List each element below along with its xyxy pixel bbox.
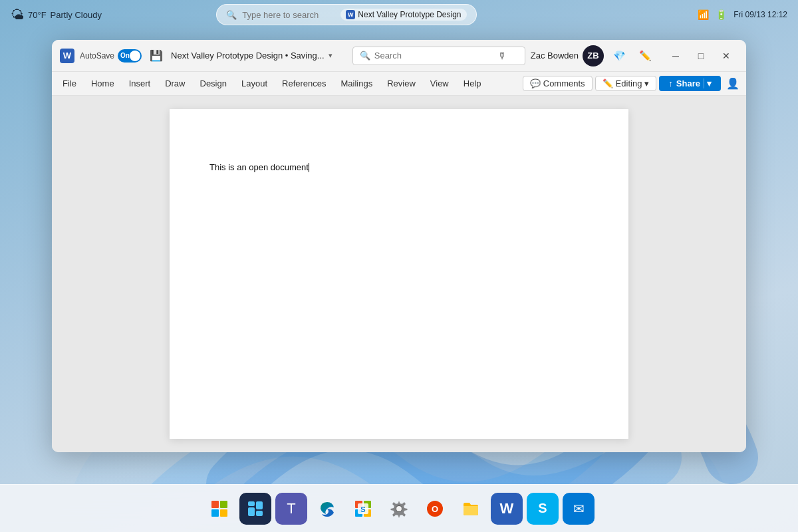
word-taskbar-icon: W [500,500,514,517]
taskbar-settings-button[interactable] [383,493,415,525]
menu-help[interactable]: Help [457,76,488,91]
system-datetime: Fri 09/13 12:12 [733,10,787,19]
diamond-icon: 💎 [613,50,626,62]
svg-rect-8 [256,511,263,516]
teams-icon: T [287,500,295,517]
search-input[interactable] [242,10,335,20]
chevron-down-icon[interactable]: ▾ [329,51,332,60]
svg-rect-4 [220,509,227,517]
minimize-button[interactable]: ─ [664,44,688,68]
menu-file[interactable]: File [56,76,83,91]
word-logo: W [60,49,74,63]
taskbar: T S [0,484,798,532]
document-area[interactable]: This is an open document [52,96,746,452]
word-badge-icon: W [346,10,355,19]
maximize-button[interactable]: □ [689,44,713,68]
word-search-icon: 🔍 [360,51,370,61]
svg-rect-3 [211,509,219,517]
system-tray: 📶 🔋 Fri 09/13 12:12 [698,9,787,20]
battery-icon: 🔋 [716,9,727,20]
comments-button[interactable]: 💬 Comments [523,76,593,91]
wifi-icon: 📶 [698,9,709,20]
co-author-button[interactable]: 👤 [724,76,742,91]
svg-text:S: S [360,505,365,513]
taskbar-start-button[interactable] [203,493,235,525]
comments-label: Comments [543,78,585,88]
doc-page[interactable]: This is an open document [170,109,628,439]
share-label: Share [676,78,700,88]
skype-taskbar-icon: S [538,501,547,516]
menu-insert[interactable]: Insert [122,76,158,91]
weather-widget[interactable]: 🌤 70°F Partly Cloudy [11,7,102,23]
taskbar-word-button[interactable]: W [491,493,523,525]
taskbar-office-button[interactable]: O [419,493,451,525]
menu-mailings[interactable]: Mailings [334,76,380,91]
taskbar-icons: T S [203,493,595,525]
menu-review[interactable]: Review [380,76,422,91]
word-search-bar[interactable]: 🔍 🎙 [352,47,525,65]
taskbar-search[interactable]: 🔍 W Next Valley Prototype Design [216,4,476,25]
svg-rect-7 [248,507,255,516]
comments-icon: 💬 [530,78,541,88]
editing-label: Editing [616,78,642,88]
autosave-toggle[interactable]: On [118,49,142,63]
word-window: W AutoSave On 💾 Next Valley Prototype De… [52,40,746,452]
taskbar-filemanager-button[interactable] [455,493,487,525]
editing-icon: ✏️ [602,78,613,88]
text-cursor [309,163,309,172]
mail-taskbar-icon: ✉ [573,501,585,517]
topbar: 🌤 70°F Partly Cloudy 🔍 W Next Valley Pro… [0,0,798,29]
mic-icon[interactable]: 🎙 [498,51,507,61]
pen-icon: ✏️ [639,50,652,62]
taskbar-edge-button[interactable] [311,493,343,525]
svg-rect-2 [220,501,227,508]
svg-rect-5 [248,501,255,506]
menu-home[interactable]: Home [84,76,121,91]
save-icon-btn[interactable]: 💾 [147,47,166,65]
weather-icon: 🌤 [11,7,24,23]
taskbar-mail-button[interactable]: ✉ [563,493,595,525]
editing-chevron-icon: ▾ [644,78,649,88]
autosave-label: AutoSave [80,51,114,61]
share-chevron-icon: ▾ [704,78,712,88]
svg-point-16 [396,506,402,511]
word-search-input[interactable] [374,51,494,61]
menu-design[interactable]: Design [194,76,233,91]
editing-button[interactable]: ✏️ Editing ▾ [595,76,657,91]
user-area: Zac Bowden ZB [531,45,604,66]
svg-rect-1 [211,501,219,508]
taskbar-teams-button[interactable]: T [275,493,307,525]
autosave-area[interactable]: AutoSave On [80,49,142,63]
pen-icon-btn[interactable]: ✏️ [635,47,656,65]
toggle-label: On [120,52,130,59]
menu-view[interactable]: View [424,76,456,91]
window-controls: ─ □ ✕ [664,44,738,68]
menu-references[interactable]: References [275,76,332,91]
diamond-icon-btn[interactable]: 💎 [609,47,630,65]
taskbar-store-button[interactable]: S [347,493,379,525]
weather-condition: Partly Cloudy [51,10,102,20]
share-icon: ↑ [668,78,673,88]
taskbar-widgets-button[interactable] [239,493,271,525]
toggle-thumb [130,51,140,61]
word-badge-letter: W [348,11,354,18]
search-icon: 🔍 [226,10,237,20]
menu-draw[interactable]: Draw [158,76,192,91]
avatar: ZB [583,45,604,66]
title-bar: W AutoSave On 💾 Next Valley Prototype De… [52,40,746,72]
svg-text:O: O [432,504,438,514]
doc-title: Next Valley Prototype Design • Saving... [171,51,324,61]
taskbar-skype-button[interactable]: S [527,493,559,525]
svg-rect-6 [256,501,263,509]
close-button[interactable]: ✕ [714,44,738,68]
person-icon: 👤 [726,78,739,89]
menu-layout[interactable]: Layout [235,76,274,91]
doc-title-area: Next Valley Prototype Design • Saving...… [171,51,347,61]
search-app-badge: W Next Valley Prototype Design [340,9,466,21]
doc-content: This is an open document [209,162,309,172]
ribbon-menu: File Home Insert Draw Design Layout Refe… [52,72,746,96]
search-app-name: Next Valley Prototype Design [358,10,461,19]
user-name: Zac Bowden [531,51,579,61]
weather-temp: 70°F [28,10,47,20]
share-button[interactable]: ↑ Share ▾ [659,76,721,91]
